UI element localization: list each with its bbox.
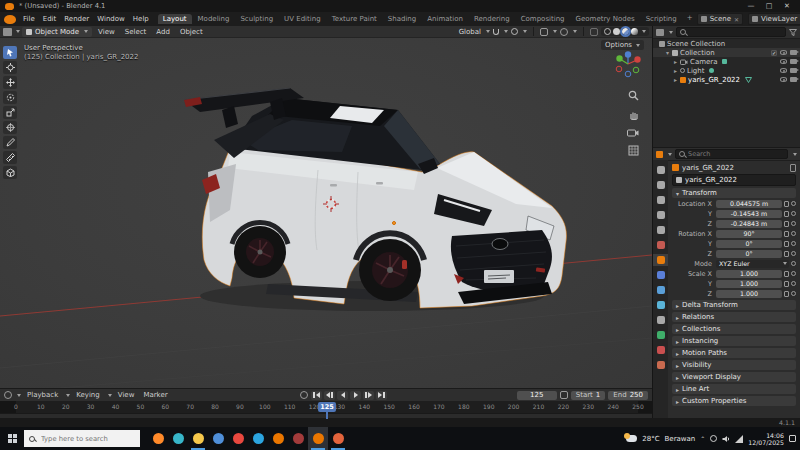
weather-temp[interactable]: 28°C bbox=[642, 435, 659, 443]
menu-help[interactable]: Help bbox=[129, 15, 153, 23]
hide-in-viewport-icon[interactable] bbox=[780, 77, 787, 82]
tab-rendering[interactable]: Rendering bbox=[469, 14, 515, 24]
jump-to-end-button[interactable] bbox=[376, 391, 387, 400]
tray-chevron-icon[interactable]: ⌃ bbox=[700, 435, 705, 442]
interaction-mode-dropdown[interactable]: Object Mode bbox=[22, 27, 92, 37]
collection-checkbox[interactable]: ✓ bbox=[771, 50, 777, 56]
section-motion-paths[interactable]: ▸Motion Paths bbox=[672, 348, 796, 358]
taskbar-search[interactable] bbox=[24, 430, 140, 447]
object-name-field[interactable]: yaris_GR_2022 bbox=[672, 174, 796, 186]
toggle-xray-icon[interactable] bbox=[590, 28, 598, 36]
shading-rendered-icon[interactable] bbox=[631, 28, 638, 35]
start-frame-field[interactable]: Start1 bbox=[571, 391, 606, 400]
navigation-gizmo[interactable] bbox=[614, 50, 642, 78]
previous-keyframe-button[interactable] bbox=[324, 391, 335, 400]
blender-active-icon[interactable] bbox=[308, 427, 328, 450]
tab-scripting[interactable]: Scripting bbox=[641, 14, 682, 24]
disable-in-render-icon[interactable] bbox=[790, 50, 797, 55]
scene-selector[interactable]: Scene ✕ bbox=[697, 13, 743, 25]
snap-dropdown-icon[interactable] bbox=[504, 30, 508, 33]
scene-unlink-icon[interactable]: ✕ bbox=[734, 16, 739, 23]
rotation-mode-dropdown[interactable]: XYZ Euler bbox=[716, 260, 789, 268]
section-instancing[interactable]: ▸Instancing bbox=[672, 336, 796, 346]
rotation-y-field[interactable]: 0° bbox=[716, 240, 782, 248]
menu-timeline-view[interactable]: View bbox=[115, 391, 138, 399]
firefox-icon[interactable] bbox=[148, 427, 168, 450]
tool-properties-tab[interactable] bbox=[653, 164, 668, 176]
viewport-camera-icon[interactable] bbox=[627, 128, 639, 137]
proportional-dropdown-icon[interactable] bbox=[523, 30, 527, 33]
animate-dot-icon[interactable] bbox=[791, 241, 796, 246]
lock-icon[interactable] bbox=[784, 221, 789, 227]
scale-y-field[interactable]: 1.000 bbox=[716, 280, 782, 288]
telegram-icon[interactable] bbox=[248, 427, 268, 450]
snap-magnet-icon[interactable] bbox=[493, 29, 499, 35]
physics-properties-tab[interactable] bbox=[653, 299, 668, 311]
disable-in-render-icon[interactable] bbox=[790, 77, 797, 82]
menu-render[interactable]: Render bbox=[60, 15, 93, 23]
cursor-tool-button[interactable] bbox=[3, 61, 17, 74]
measure-tool-button[interactable] bbox=[3, 151, 17, 164]
hide-in-viewport-icon[interactable] bbox=[780, 50, 787, 55]
scale-tool-button[interactable] bbox=[3, 106, 17, 119]
particles-properties-tab[interactable] bbox=[653, 284, 668, 296]
shading-material-preview-icon[interactable] bbox=[622, 28, 629, 35]
menu-select[interactable]: Select bbox=[121, 28, 151, 36]
add-workspace-button[interactable]: + bbox=[683, 14, 697, 24]
location-z-field[interactable]: -0.24843 m bbox=[716, 220, 782, 228]
chrome-icon[interactable] bbox=[228, 427, 248, 450]
next-keyframe-button[interactable] bbox=[363, 391, 374, 400]
lock-icon[interactable] bbox=[784, 211, 789, 217]
object-properties-tab[interactable] bbox=[653, 254, 668, 266]
play-reverse-button[interactable] bbox=[337, 391, 348, 400]
texture-properties-tab[interactable] bbox=[653, 359, 668, 371]
volume-icon[interactable] bbox=[722, 435, 730, 443]
blender-logo-menu[interactable] bbox=[4, 15, 16, 24]
material-properties-tab[interactable] bbox=[653, 344, 668, 356]
menu-view[interactable]: View bbox=[94, 28, 119, 36]
show-overlays-icon[interactable] bbox=[560, 28, 568, 36]
animate-dot-icon[interactable] bbox=[791, 221, 796, 226]
animate-dot-icon[interactable] bbox=[791, 291, 796, 296]
network-icon[interactable] bbox=[735, 435, 743, 443]
outliner-row-light[interactable]: ▸ Light bbox=[653, 66, 800, 75]
overlays-dropdown-icon[interactable] bbox=[573, 30, 577, 33]
start-button[interactable] bbox=[0, 427, 24, 450]
animate-dot-icon[interactable] bbox=[791, 281, 796, 286]
security-tray-icon[interactable] bbox=[710, 435, 717, 442]
lock-icon[interactable] bbox=[784, 231, 789, 237]
minimize-button[interactable]: — bbox=[743, 1, 759, 12]
viewport-perspective-toggle-icon[interactable] bbox=[628, 145, 639, 156]
auto-keying-toggle[interactable] bbox=[300, 391, 308, 399]
tab-geometry-nodes[interactable]: Geometry Nodes bbox=[571, 14, 640, 24]
annotate-tool-button[interactable] bbox=[3, 136, 17, 149]
transform-orientation-dropdown[interactable]: Global bbox=[459, 28, 481, 36]
menu-keying[interactable]: Keying bbox=[73, 391, 103, 399]
current-frame-field[interactable]: 125 bbox=[517, 391, 557, 400]
viewlayer-selector[interactable]: ViewLayer ✕ bbox=[748, 13, 800, 25]
add-primitive-tool-button[interactable] bbox=[3, 166, 17, 179]
location-y-field[interactable]: -0.14543 m bbox=[716, 210, 782, 218]
taskbar-search-input[interactable] bbox=[39, 434, 135, 444]
viewport-zoom-icon[interactable] bbox=[628, 90, 639, 101]
jump-to-start-button[interactable] bbox=[311, 391, 322, 400]
editor-type-dropdown-icon[interactable] bbox=[16, 30, 20, 33]
keying-set-icon[interactable] bbox=[560, 391, 568, 399]
notification-center-icon[interactable] bbox=[789, 435, 796, 442]
scene-properties-tab[interactable] bbox=[653, 224, 668, 236]
outliner-row-collection[interactable]: ▾ Collection ✓ bbox=[653, 48, 800, 57]
lock-icon[interactable] bbox=[784, 271, 789, 277]
view-layer-properties-tab[interactable] bbox=[653, 209, 668, 221]
viewport-move-hand-icon[interactable] bbox=[628, 109, 639, 120]
tab-animation[interactable]: Animation bbox=[422, 14, 468, 24]
disable-in-render-icon[interactable] bbox=[790, 68, 797, 73]
tab-sculpting[interactable]: Sculpting bbox=[235, 14, 278, 24]
animate-dot-icon[interactable] bbox=[791, 251, 796, 256]
menu-object[interactable]: Object bbox=[176, 28, 207, 36]
menu-file[interactable]: File bbox=[19, 15, 39, 23]
shading-dropdown-icon[interactable] bbox=[642, 30, 646, 33]
properties-search[interactable] bbox=[675, 149, 788, 159]
maximize-button[interactable]: □ bbox=[761, 1, 777, 12]
disable-in-render-icon[interactable] bbox=[790, 59, 797, 64]
orientation-dropdown-icon[interactable] bbox=[486, 30, 490, 33]
